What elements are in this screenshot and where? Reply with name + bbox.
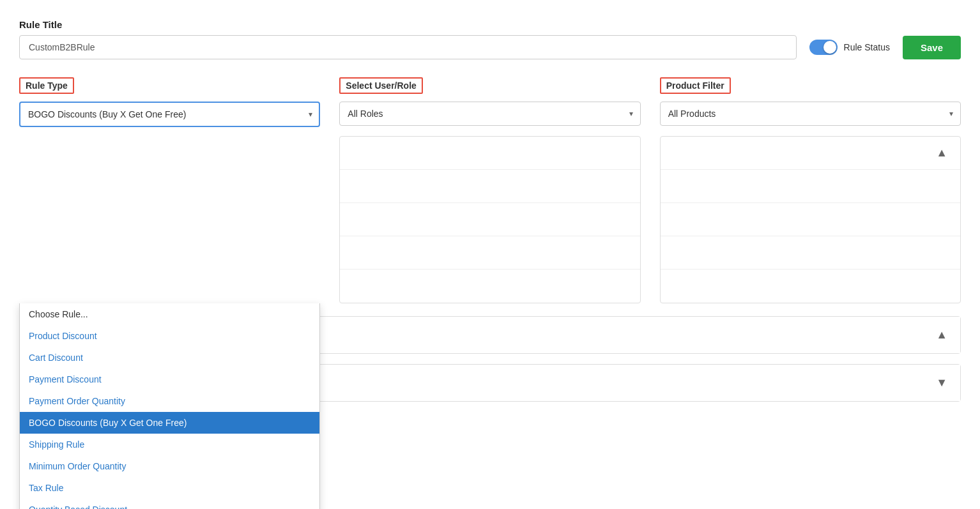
menu-item-payment-order-quantity[interactable]: Payment Order Quantity [20, 390, 319, 412]
rule-title-label: Rule Title [19, 19, 961, 30]
rule-type-dropdown-wrapper: BOGO Discounts (Buy X Get One Free) ▾ [19, 102, 320, 127]
product-filter-row-1: ▲ [661, 137, 960, 170]
menu-item-cart-discount[interactable]: Cart Discount [20, 347, 319, 368]
user-role-row-2 [340, 170, 639, 203]
user-role-panel [339, 136, 640, 303]
rule-status-area: Rule Status [809, 40, 890, 55]
rule-status-label: Rule Status [844, 42, 890, 52]
user-role-dropdown-wrapper: All Roles ▾ [339, 102, 640, 126]
product-filter-label: Product Filter [660, 77, 731, 94]
product-filter-chevron-up-icon: ▲ [936, 146, 947, 160]
product-filter-select[interactable]: All Products [660, 102, 961, 126]
save-button[interactable]: Save [903, 36, 961, 59]
menu-item-bogo[interactable]: BOGO Discounts (Buy X Get One Free) [20, 412, 319, 434]
rule-type-label: Rule Type [19, 77, 74, 94]
product-filter-section: Product Filter All Products ▾ ▲ [660, 77, 961, 303]
product-filter-panel: ▲ [660, 136, 961, 303]
menu-item-qty-based-discount[interactable]: Quantity Based Discount [20, 499, 319, 509]
title-row: Rule Status Save [19, 35, 961, 59]
menu-item-product-discount[interactable]: Product Discount [20, 325, 319, 347]
menu-item-choose[interactable]: Choose Rule... [20, 303, 319, 325]
product-filter-row-5 [661, 270, 960, 303]
user-role-row-1 [340, 137, 639, 170]
rule-status-toggle[interactable] [809, 40, 838, 55]
user-role-row-5 [340, 270, 639, 303]
rule-type-section: Rule Type BOGO Discounts (Buy X Get One … [19, 77, 320, 303]
date-limit-chevron-icon: ▼ [936, 376, 947, 390]
select-user-role-section: Select User/Role All Roles ▾ [339, 77, 640, 303]
menu-item-payment-discount[interactable]: Payment Discount [20, 368, 319, 390]
rule-type-menu: Choose Rule... Product Discount Cart Dis… [19, 303, 320, 509]
product-filter-row-2 [661, 170, 960, 203]
rule-title-input[interactable] [19, 35, 797, 59]
rule-type-selected[interactable]: BOGO Discounts (Buy X Get One Free) [19, 102, 320, 127]
three-col-section: Rule Type BOGO Discounts (Buy X Get One … [19, 77, 961, 303]
conditions-chevron-icon: ▲ [936, 328, 947, 342]
select-user-role-label: Select User/Role [339, 77, 423, 94]
page-container: Rule Title Rule Status Save Rule Type BO… [0, 0, 980, 509]
product-filter-row-3 [661, 203, 960, 236]
user-role-row-4 [340, 236, 639, 270]
product-filter-row-4 [661, 236, 960, 270]
menu-item-min-order-qty[interactable]: Minimum Order Quantity [20, 455, 319, 477]
product-filter-dropdown-wrapper: All Products ▾ [660, 102, 961, 126]
menu-item-tax-rule[interactable]: Tax Rule [20, 477, 319, 499]
user-role-row-3 [340, 203, 639, 236]
menu-item-shipping-rule[interactable]: Shipping Rule [20, 434, 319, 455]
user-role-select[interactable]: All Roles [339, 102, 640, 126]
